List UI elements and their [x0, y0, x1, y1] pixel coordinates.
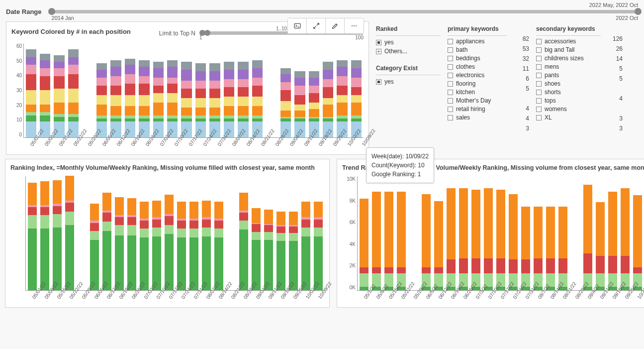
keyword-item[interactable]: pants — [536, 72, 601, 79]
bar[interactable] — [252, 60, 263, 137]
chart1[interactable]: 6050403020100 — [23, 43, 364, 138]
bar[interactable] — [127, 198, 136, 290]
keyword-item[interactable]: clothes — [448, 63, 507, 70]
bar[interactable] — [608, 192, 617, 290]
bar[interactable] — [337, 60, 347, 137]
bar[interactable] — [360, 199, 368, 290]
keyword-item[interactable]: tops — [536, 97, 601, 104]
bar[interactable] — [521, 207, 530, 290]
bar[interactable] — [110, 60, 121, 137]
keyword-item[interactable]: sales — [448, 114, 507, 121]
bar[interactable] — [583, 185, 592, 290]
edit-button[interactable] — [326, 18, 345, 33]
bar[interactable] — [459, 188, 468, 290]
bar[interactable] — [214, 202, 223, 290]
bar-segment — [309, 78, 319, 86]
keyword-item[interactable]: Mother's Day — [448, 97, 507, 104]
bar[interactable] — [633, 195, 642, 290]
bar[interactable] — [434, 201, 443, 290]
category-exist-item-yes[interactable]: yes — [376, 77, 441, 86]
chart2[interactable] — [25, 176, 324, 291]
bar[interactable] — [202, 201, 211, 290]
bar[interactable] — [558, 207, 567, 290]
bar[interactable] — [422, 194, 431, 290]
bar[interactable] — [153, 62, 164, 137]
bar[interactable] — [351, 60, 362, 137]
bar[interactable] — [125, 59, 135, 137]
bar[interactable] — [314, 202, 323, 290]
keyword-item[interactable]: electronics — [448, 72, 507, 79]
bar[interactable] — [238, 62, 248, 137]
bar[interactable] — [115, 197, 124, 290]
bar[interactable] — [276, 212, 285, 290]
bar[interactable] — [496, 190, 505, 290]
bar[interactable] — [264, 210, 273, 290]
keyword-item[interactable]: appliances — [448, 38, 507, 45]
bar[interactable] — [289, 212, 298, 290]
keyword-item[interactable]: womens — [536, 106, 601, 113]
bar[interactable] — [484, 188, 493, 290]
bar[interactable] — [534, 207, 543, 290]
keyword-item[interactable]: retail hiring — [448, 106, 507, 113]
bar[interactable] — [546, 207, 555, 290]
bar[interactable] — [209, 63, 220, 137]
bar-segment — [189, 221, 198, 229]
bar[interactable] — [397, 192, 406, 290]
bar[interactable] — [96, 63, 107, 137]
bar[interactable] — [384, 192, 393, 290]
bar[interactable] — [224, 62, 234, 137]
bar-segment — [238, 97, 248, 106]
bar[interactable] — [152, 201, 161, 290]
more-options-button[interactable] — [345, 18, 364, 33]
chart3[interactable]: 10K8K6K4K2K0K — [357, 176, 644, 291]
bar[interactable] — [28, 183, 37, 290]
bar[interactable] — [139, 60, 149, 137]
bar[interactable] — [294, 71, 305, 137]
bar[interactable] — [54, 55, 64, 137]
bar[interactable] — [65, 176, 74, 290]
keyword-item[interactable]: shoes — [536, 80, 601, 87]
keyword-item[interactable]: childrens sizes — [536, 55, 601, 62]
keyword-item[interactable]: flooring — [448, 80, 507, 87]
bar[interactable] — [471, 190, 480, 290]
bar[interactable] — [167, 60, 178, 137]
bar[interactable] — [140, 202, 149, 290]
keyword-item[interactable]: kitchen — [448, 89, 507, 96]
bar[interactable] — [252, 208, 261, 290]
keyword-item[interactable]: shorts — [536, 89, 601, 96]
calculation-preview-button[interactable] — [288, 18, 307, 33]
keyword-item[interactable]: beddings — [448, 55, 507, 62]
bar[interactable] — [239, 193, 248, 290]
bar[interactable] — [102, 193, 111, 290]
expand-button[interactable] — [307, 18, 326, 33]
keyword-item[interactable]: mens — [536, 63, 601, 70]
bar[interactable] — [447, 188, 456, 290]
ranked-item-others[interactable]: +Others... — [376, 47, 441, 56]
bar[interactable] — [189, 202, 198, 290]
bar[interactable] — [40, 54, 50, 137]
ranked-item-yes[interactable]: yes — [376, 38, 441, 47]
bar[interactable] — [26, 49, 36, 137]
bar[interactable] — [621, 188, 630, 290]
date-range-slider[interactable]: 2022 May, 2022 Oct 2014 Jan 2022 Oct — [52, 5, 638, 13]
bar[interactable] — [165, 195, 174, 290]
bar[interactable] — [372, 192, 381, 290]
bar[interactable] — [181, 62, 191, 137]
bar[interactable] — [509, 194, 518, 290]
bar[interactable] — [596, 202, 605, 290]
bar-segment — [314, 228, 323, 236]
bar[interactable] — [280, 68, 291, 137]
bar[interactable] — [301, 202, 310, 290]
keyword-item[interactable]: accessories — [536, 38, 601, 45]
bar[interactable] — [90, 204, 99, 290]
bar[interactable] — [40, 181, 49, 290]
bar[interactable] — [195, 63, 206, 137]
keyword-item[interactable]: bath — [448, 46, 507, 53]
bar[interactable] — [323, 62, 333, 137]
keyword-item[interactable]: XL — [536, 114, 601, 121]
chart1-title: Keyword Colored by # in each position — [11, 28, 131, 35]
bar[interactable] — [177, 202, 186, 290]
bar[interactable] — [68, 49, 79, 137]
keyword-item[interactable]: big and Tall — [536, 46, 601, 53]
bar[interactable] — [53, 180, 62, 290]
